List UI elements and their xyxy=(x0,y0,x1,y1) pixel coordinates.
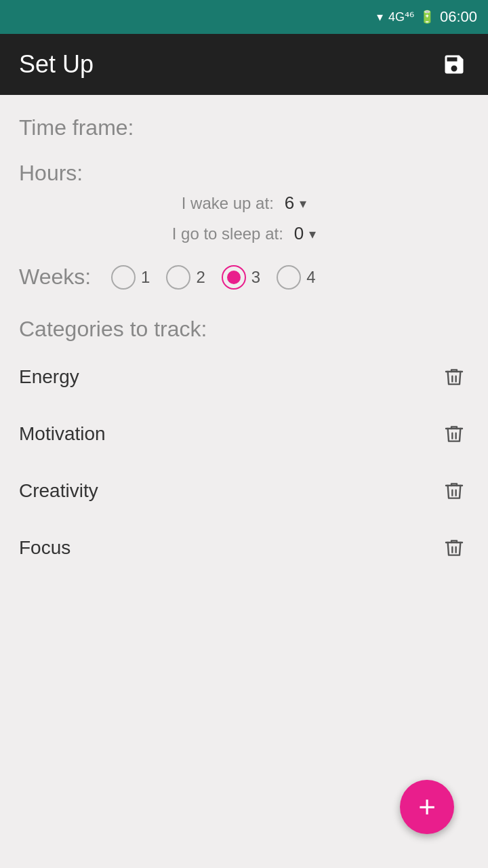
page-title: Set Up xyxy=(19,50,94,79)
wake-row: I wake up at: 6 ▾ xyxy=(19,193,469,214)
sleep-dropdown[interactable]: 0 ▾ xyxy=(294,223,316,244)
sleep-dropdown-arrow: ▾ xyxy=(309,226,316,242)
wifi-icon: ▾ xyxy=(377,9,383,24)
trash-icon-energy xyxy=(443,365,465,389)
delete-creativity-button[interactable] xyxy=(439,475,469,507)
categories-section: Categories to track: Energy Motivation xyxy=(19,317,469,576)
weeks-option-4[interactable]: 4 xyxy=(277,265,315,290)
wake-value: 6 xyxy=(285,193,294,214)
content-area: Time frame: Hours: I wake up at: 6 ▾ I g… xyxy=(0,95,488,671)
battery-icon: 🔋 xyxy=(420,9,434,24)
weeks-section: Weeks: 1 2 3 4 xyxy=(19,264,469,290)
add-category-fab[interactable]: + xyxy=(400,780,454,834)
category-name-energy: Energy xyxy=(19,366,79,388)
delete-focus-button[interactable] xyxy=(439,532,469,564)
categories-label: Categories to track: xyxy=(19,317,469,342)
save-icon xyxy=(442,52,466,77)
save-button[interactable] xyxy=(439,50,469,79)
wake-label: I wake up at: xyxy=(182,194,274,213)
hours-label: Hours: xyxy=(19,161,469,186)
radio-label-3: 3 xyxy=(251,268,260,287)
delete-motivation-button[interactable] xyxy=(439,418,469,450)
weeks-option-3[interactable]: 3 xyxy=(222,265,260,290)
radio-inner-3 xyxy=(227,271,241,284)
radio-circle-4 xyxy=(277,265,301,290)
weeks-option-2[interactable]: 2 xyxy=(166,265,205,290)
trash-icon-focus xyxy=(443,536,465,560)
category-name-focus: Focus xyxy=(19,537,70,559)
timeframe-section: Time frame: xyxy=(19,115,469,140)
category-name-motivation: Motivation xyxy=(19,423,106,445)
radio-circle-1 xyxy=(111,265,136,290)
category-item-creativity: Creativity xyxy=(19,462,469,519)
category-name-creativity: Creativity xyxy=(19,480,98,502)
sleep-label: I go to sleep at: xyxy=(172,224,283,243)
radio-label-2: 2 xyxy=(196,268,205,287)
weeks-radio-group: 1 2 3 4 xyxy=(111,265,315,290)
trash-icon-creativity xyxy=(443,479,465,503)
fab-plus-icon: + xyxy=(418,792,436,822)
signal-icon: 4G⁴⁶ xyxy=(388,9,414,24)
weeks-option-1[interactable]: 1 xyxy=(111,265,150,290)
status-bar: ▾ 4G⁴⁶ 🔋 06:00 xyxy=(0,0,488,34)
wake-dropdown[interactable]: 6 ▾ xyxy=(285,193,306,214)
radio-label-1: 1 xyxy=(141,268,150,287)
trash-icon-motivation xyxy=(443,422,465,446)
timeframe-label: Time frame: xyxy=(19,115,469,140)
category-item-motivation: Motivation xyxy=(19,406,469,462)
sleep-row: I go to sleep at: 0 ▾ xyxy=(19,223,469,244)
radio-circle-3 xyxy=(222,265,246,290)
app-bar: Set Up xyxy=(0,34,488,95)
weeks-label: Weeks: xyxy=(19,264,91,290)
hours-section: Hours: I wake up at: 6 ▾ I go to sleep a… xyxy=(19,161,469,244)
delete-energy-button[interactable] xyxy=(439,361,469,393)
sleep-value: 0 xyxy=(294,223,304,244)
radio-circle-2 xyxy=(166,265,190,290)
category-item-energy: Energy xyxy=(19,349,469,406)
status-time: 06:00 xyxy=(440,8,477,26)
radio-label-4: 4 xyxy=(306,268,315,287)
category-item-focus: Focus xyxy=(19,519,469,576)
wake-dropdown-arrow: ▾ xyxy=(300,195,306,212)
